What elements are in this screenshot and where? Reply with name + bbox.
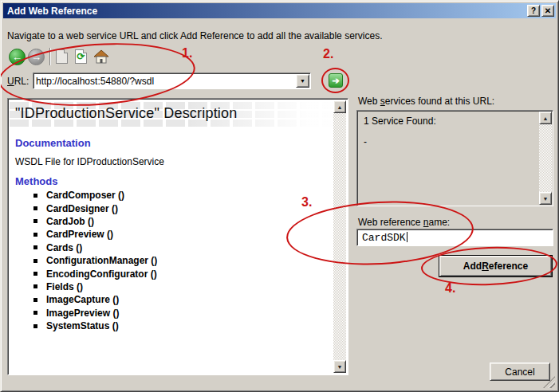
bullet-icon	[33, 194, 37, 198]
bullet-icon	[33, 284, 37, 288]
method-name: CardPreview ()	[46, 229, 113, 240]
methods-list: CardComposer ()CardDesigner ()CardJob ()…	[33, 189, 157, 332]
scrollbar-track[interactable]	[333, 113, 346, 360]
listbox-scrollbar[interactable]: ▲ ▼	[539, 112, 552, 205]
web-reference-name-value: CardSDK	[362, 232, 407, 244]
method-name: CardJob ()	[46, 216, 94, 227]
documentation-text: WSDL File for IDProductionService	[15, 156, 164, 167]
window-title: Add Web Reference	[7, 6, 97, 17]
services-found-count: 1 Service Found:	[364, 116, 436, 127]
browser-toolbar: ← → ⟳	[9, 47, 109, 66]
scroll-down-button[interactable]: ▼	[539, 192, 552, 205]
title-bar[interactable]: Add Web Reference ? ✕	[3, 3, 556, 18]
method-item: ImagePreview ()	[33, 307, 157, 319]
description-scrollbar[interactable]: ▲ ▼	[333, 100, 346, 373]
web-reference-name-label: Web reference name:	[358, 217, 450, 228]
annotation-label-1: 1.	[182, 46, 192, 61]
method-name: CardDesigner ()	[46, 203, 118, 214]
method-name: ConfigurationManager ()	[46, 255, 157, 266]
bullet-icon	[33, 259, 37, 263]
bullet-icon	[33, 233, 37, 237]
triangle-down-icon: ▼	[543, 196, 549, 202]
home-button[interactable]	[93, 49, 109, 64]
methods-heading: Methods	[15, 175, 57, 187]
toolbar-separator	[49, 48, 51, 65]
method-item: CardComposer ()	[33, 189, 157, 202]
bullet-icon	[33, 324, 37, 328]
method-name: Cards ()	[46, 242, 82, 253]
method-name: Fields ()	[46, 281, 83, 292]
services-found-item: -	[364, 136, 367, 147]
refresh-icon: ⟳	[76, 51, 86, 62]
annotation-label-4: 4.	[445, 281, 455, 296]
method-item: EncodingConfigurator ()	[33, 267, 157, 280]
method-name: CardComposer ()	[46, 190, 124, 201]
bullet-icon	[33, 219, 37, 223]
url-label: URL:	[7, 76, 29, 87]
method-item: ConfigurationManager ()	[33, 254, 157, 267]
back-button[interactable]: ←	[9, 49, 26, 65]
bullet-icon	[33, 311, 37, 315]
triangle-down-icon: ▼	[337, 364, 343, 370]
bullet-icon	[33, 272, 37, 276]
triangle-up-icon: ▲	[543, 116, 549, 121]
method-item: CardDesigner ()	[33, 202, 157, 214]
services-found-listbox[interactable]: 1 Service Found: - ▲ ▼	[356, 110, 553, 206]
close-button[interactable]: ✕	[541, 5, 554, 17]
bullet-icon	[33, 298, 37, 302]
service-description-panel[interactable]: "IDProductionService" Description Docume…	[7, 98, 348, 375]
scroll-down-button[interactable]: ▼	[333, 360, 346, 373]
back-arrow-icon: ←	[12, 52, 22, 62]
url-input[interactable]	[36, 75, 293, 87]
method-name: ImageCapture ()	[46, 294, 119, 305]
stop-button[interactable]	[56, 49, 68, 64]
method-item: CardPreview ()	[33, 228, 157, 241]
triangle-up-icon: ▲	[337, 104, 343, 110]
go-arrow-icon: ➔	[332, 76, 339, 85]
web-reference-name-input[interactable]: CardSDK	[356, 229, 553, 246]
chevron-down-icon: ▼	[300, 78, 305, 84]
forward-button[interactable]: →	[28, 49, 45, 65]
scroll-up-button[interactable]: ▲	[539, 112, 552, 124]
help-button[interactable]: ?	[527, 5, 540, 17]
method-name: EncodingConfigurator ()	[46, 269, 157, 280]
refresh-button[interactable]: ⟳	[75, 49, 87, 64]
method-item: SystemStatus ()	[33, 319, 157, 332]
page-fold-icon	[64, 49, 68, 53]
go-button[interactable]: ➔	[329, 73, 343, 88]
url-dropdown-button[interactable]: ▼	[296, 74, 309, 88]
documentation-heading: Documentation	[15, 137, 91, 149]
method-item: Fields ()	[33, 280, 157, 293]
services-found-label: Web services found at this URL:	[358, 96, 494, 107]
method-name: SystemStatus ()	[46, 320, 119, 331]
instruction-text: Navigate to a web service URL and click …	[7, 30, 382, 41]
scrollbar-track[interactable]	[539, 124, 552, 192]
url-combobox: ▼	[33, 73, 311, 89]
home-icon	[93, 49, 109, 64]
forward-arrow-icon: →	[31, 52, 41, 62]
text-cursor	[407, 232, 407, 242]
bullet-icon	[33, 245, 37, 249]
annotation-label-2: 2.	[323, 47, 333, 61]
add-reference-button[interactable]: Add Reference	[439, 256, 552, 276]
method-item: Cards ()	[33, 241, 157, 254]
scroll-up-button[interactable]: ▲	[333, 100, 346, 113]
service-description-heading: "IDProductionService" Description	[15, 105, 238, 122]
bullet-icon	[33, 206, 37, 210]
method-item: ImageCapture ()	[33, 293, 157, 306]
method-item: CardJob ()	[33, 215, 157, 228]
method-name: ImagePreview ()	[46, 308, 119, 319]
cancel-button[interactable]: Cancel	[490, 363, 550, 381]
add-web-reference-dialog: Add Web Reference ? ✕ Navigate to a web …	[0, 0, 559, 392]
